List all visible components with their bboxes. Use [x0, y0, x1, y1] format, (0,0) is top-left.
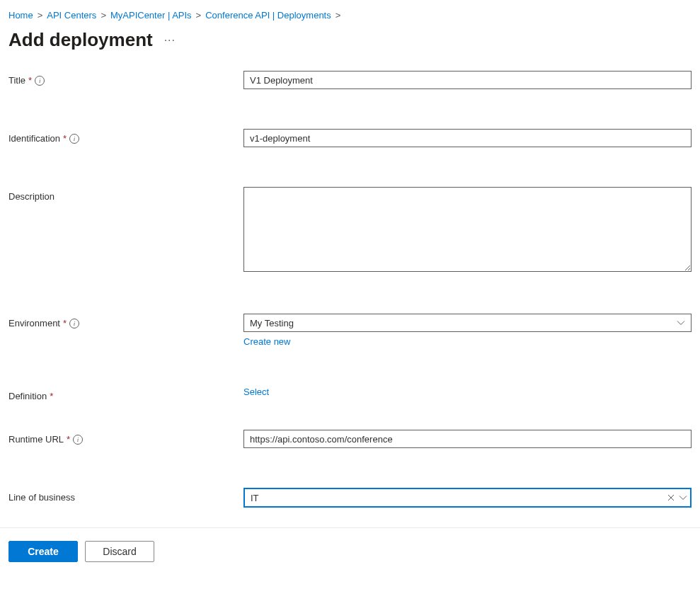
required-indicator: *	[63, 318, 67, 328]
breadcrumb-conference-api-deployments[interactable]: Conference API | Deployments	[205, 10, 331, 21]
line-of-business-label: Line of business	[8, 492, 75, 503]
chevron-right-icon: >	[38, 10, 43, 21]
environment-label: Environment	[8, 318, 60, 328]
info-icon[interactable]: i	[69, 319, 79, 328]
create-button[interactable]: Create	[8, 541, 78, 562]
description-label: Description	[8, 191, 54, 202]
identification-label: Identification	[8, 133, 60, 144]
breadcrumb-api-centers[interactable]: API Centers	[47, 10, 96, 21]
page-title: Add deployment	[8, 29, 153, 51]
runtime-url-input[interactable]	[243, 430, 692, 448]
chevron-right-icon: >	[101, 10, 106, 21]
definition-select-link[interactable]: Select	[243, 387, 269, 397]
chevron-right-icon: >	[335, 10, 341, 21]
row-runtime-url: Runtime URL * i	[8, 430, 692, 448]
required-indicator: *	[28, 75, 32, 86]
line-of-business-value: IT	[251, 493, 663, 503]
chevron-down-icon	[679, 493, 687, 502]
row-description: Description	[8, 187, 692, 274]
required-indicator: *	[50, 391, 53, 401]
identification-input[interactable]	[243, 129, 692, 147]
row-title: Title * i	[8, 71, 692, 89]
clear-icon[interactable]	[663, 490, 679, 505]
environment-select[interactable]: My Testing	[243, 314, 692, 332]
discard-button[interactable]: Discard	[85, 541, 154, 562]
info-icon[interactable]: i	[73, 435, 83, 445]
definition-label: Definition	[8, 391, 47, 401]
environment-selected-value: My Testing	[250, 318, 294, 328]
info-icon[interactable]: i	[69, 134, 79, 144]
breadcrumb-my-api-center[interactable]: MyAPICenter | APIs	[110, 10, 192, 21]
row-definition: Definition * Select	[8, 387, 692, 401]
row-environment: Environment * i My Testing Create new	[8, 314, 692, 347]
create-new-environment-link[interactable]: Create new	[243, 336, 290, 347]
info-icon[interactable]: i	[35, 76, 45, 86]
title-input[interactable]	[243, 71, 692, 89]
footer-actions: Create Discard	[0, 528, 700, 575]
required-indicator: *	[67, 434, 70, 445]
form: Title * i Identification * i Description…	[0, 71, 700, 508]
runtime-url-label: Runtime URL	[8, 434, 64, 445]
chevron-right-icon: >	[196, 10, 202, 21]
breadcrumb: Home > API Centers > MyAPICenter | APIs …	[0, 0, 700, 25]
required-indicator: *	[63, 133, 67, 144]
description-textarea[interactable]	[243, 187, 692, 272]
more-icon[interactable]: ···	[164, 34, 176, 47]
chevron-down-icon	[677, 319, 685, 327]
line-of-business-combo[interactable]: IT	[243, 488, 692, 508]
breadcrumb-home[interactable]: Home	[8, 10, 33, 21]
row-line-of-business: Line of business IT	[8, 488, 692, 508]
page-header: Add deployment ···	[0, 25, 700, 71]
title-label: Title	[8, 75, 25, 86]
row-identification: Identification * i	[8, 129, 692, 147]
